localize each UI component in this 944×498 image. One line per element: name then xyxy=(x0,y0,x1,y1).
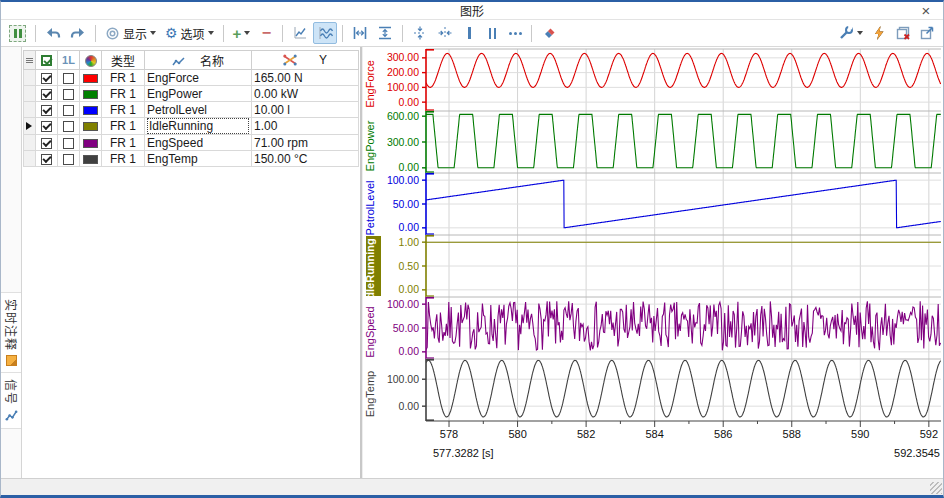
table-row[interactable]: FR 1IdleRunning1.00 xyxy=(24,118,359,135)
name-cell[interactable]: EngTemp xyxy=(145,151,252,167)
visible-cell[interactable] xyxy=(36,70,58,86)
visible-cell[interactable] xyxy=(36,151,58,167)
row-selector-cell[interactable] xyxy=(24,151,36,167)
axis-cell[interactable] xyxy=(58,86,80,102)
row-selector-cell[interactable] xyxy=(24,86,36,102)
add-signal-button[interactable]: + xyxy=(229,22,255,44)
visible-column-header[interactable] xyxy=(36,51,58,70)
table-row[interactable]: FR 1EngForce165.00 N xyxy=(24,70,359,86)
visible-cell[interactable] xyxy=(36,86,58,102)
tab-realtime-comment[interactable]: 实时注释 xyxy=(1,292,21,373)
tab-signals[interactable]: 信号 xyxy=(1,373,21,429)
color-swatch[interactable] xyxy=(83,74,98,83)
name-cell[interactable]: EngSpeed xyxy=(145,135,252,151)
visible-cell[interactable] xyxy=(36,135,58,151)
back-button[interactable] xyxy=(41,22,65,44)
tools-menu-button[interactable] xyxy=(834,22,867,44)
visible-cell[interactable] xyxy=(36,118,58,135)
separator xyxy=(95,25,96,42)
svg-text:588: 588 xyxy=(783,428,801,440)
color-swatch[interactable] xyxy=(83,139,98,148)
y-value-cell: 0.00 kW xyxy=(252,86,359,102)
more-cursors-button[interactable] xyxy=(504,22,526,44)
svg-text:584: 584 xyxy=(645,428,663,440)
cursor-double-button[interactable] xyxy=(481,22,503,44)
eye-icon xyxy=(105,26,120,41)
name-cell[interactable]: EngPower xyxy=(145,86,252,102)
axis-checkbox[interactable] xyxy=(63,154,74,165)
name-cell[interactable]: EngForce xyxy=(145,70,252,86)
type-column-header[interactable]: 类型 xyxy=(102,51,145,70)
axis-checkbox[interactable] xyxy=(63,89,74,100)
graph-window: 图形 × 显示 ⚙ 选项 + − xyxy=(0,0,944,498)
visible-checkbox[interactable] xyxy=(41,154,52,165)
color-cell[interactable] xyxy=(80,86,102,102)
visible-checkbox[interactable] xyxy=(41,73,52,84)
note-icon xyxy=(6,355,17,366)
svg-text:EngPower: EngPower xyxy=(364,120,376,171)
color-cell[interactable] xyxy=(80,151,102,167)
cursor-single-button[interactable] xyxy=(458,22,480,44)
color-swatch[interactable] xyxy=(83,90,98,99)
y-column-header[interactable]: Y xyxy=(252,51,359,70)
name-cell[interactable]: IdleRunning xyxy=(145,118,252,135)
svg-text:580: 580 xyxy=(508,428,526,440)
name-column-header[interactable]: 名称 xyxy=(145,51,252,70)
forward-arrow-icon xyxy=(70,25,86,41)
export-button[interactable] xyxy=(915,22,939,44)
svg-text:300.00: 300.00 xyxy=(387,51,419,63)
axis-cell[interactable] xyxy=(58,70,80,86)
color-swatch[interactable] xyxy=(83,106,98,115)
row-selector-cell[interactable] xyxy=(24,102,36,118)
axis-cell[interactable] xyxy=(58,151,80,167)
stacked-view-button[interactable] xyxy=(313,22,337,44)
table-row[interactable]: FR 1PetrolLevel10.00 l xyxy=(24,102,359,118)
color-cell[interactable] xyxy=(80,135,102,151)
axis-cell[interactable] xyxy=(58,102,80,118)
color-cell[interactable] xyxy=(80,70,102,86)
pause-button[interactable] xyxy=(5,22,30,44)
axis-checkbox[interactable] xyxy=(63,73,74,84)
axis-cell[interactable] xyxy=(58,135,80,151)
row-selector-cell[interactable] xyxy=(24,135,36,151)
name-cell[interactable]: PetrolLevel xyxy=(145,102,252,118)
row-selector-header[interactable] xyxy=(24,51,36,70)
remove-window-button[interactable] xyxy=(891,22,915,44)
single-axis-view-button[interactable] xyxy=(288,22,312,44)
trigger-button[interactable] xyxy=(867,22,891,44)
visible-cell[interactable] xyxy=(36,102,58,118)
plot-svg[interactable]: 0.00100.00200.00300.00EngForce0.00300.00… xyxy=(363,47,943,477)
axis-checkbox[interactable] xyxy=(63,138,74,149)
axis-checkbox[interactable] xyxy=(63,105,74,116)
display-menu-button[interactable]: 显示 xyxy=(101,22,160,44)
color-swatch[interactable] xyxy=(83,155,98,164)
visible-checkbox[interactable] xyxy=(41,89,52,100)
axis-column-header[interactable]: 1L xyxy=(58,51,80,70)
table-row[interactable]: FR 1EngTemp150.00 °C xyxy=(24,151,359,167)
close-icon[interactable]: × xyxy=(917,2,935,19)
visible-checkbox[interactable] xyxy=(41,105,52,116)
svg-text:100.00: 100.00 xyxy=(387,373,419,385)
row-selector-cell[interactable] xyxy=(24,70,36,86)
visible-checkbox[interactable] xyxy=(41,121,52,132)
table-row[interactable]: FR 1EngSpeed71.00 rpm xyxy=(24,135,359,151)
color-cell[interactable] xyxy=(80,102,102,118)
axis-cell[interactable] xyxy=(58,118,80,135)
color-swatch[interactable] xyxy=(83,122,98,131)
resize-grip-icon[interactable] xyxy=(930,482,942,494)
erase-button[interactable] xyxy=(537,22,561,44)
fit-height-button[interactable] xyxy=(373,22,397,44)
visible-checkbox[interactable] xyxy=(41,138,52,149)
fit-width-button[interactable] xyxy=(348,22,372,44)
remove-signal-button[interactable]: − xyxy=(255,22,277,44)
compress-vertical-button[interactable] xyxy=(408,22,432,44)
color-cell[interactable] xyxy=(80,118,102,135)
forward-button[interactable] xyxy=(66,22,90,44)
table-row[interactable]: FR 1EngPower0.00 kW xyxy=(24,86,359,102)
svg-text:50.00: 50.00 xyxy=(393,198,419,210)
color-column-header[interactable] xyxy=(80,51,102,70)
compress-horizontal-button[interactable] xyxy=(433,22,457,44)
axis-checkbox[interactable] xyxy=(63,121,74,132)
options-menu-button[interactable]: ⚙ 选项 xyxy=(161,22,218,44)
row-selector-cell[interactable] xyxy=(24,118,36,135)
